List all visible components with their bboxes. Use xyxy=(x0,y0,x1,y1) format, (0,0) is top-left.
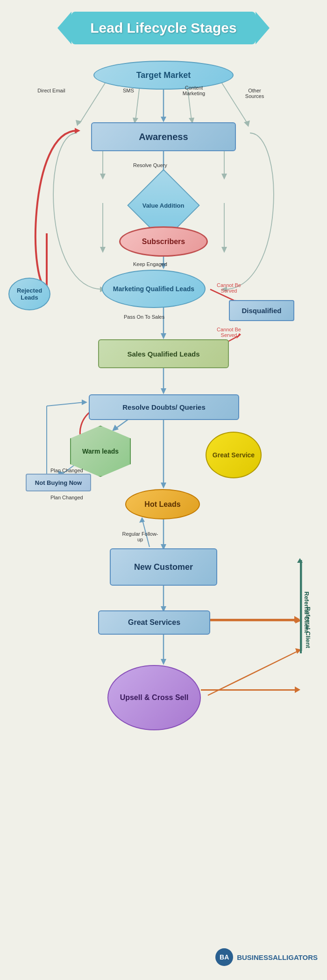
hot-leads-node: Hot Leads xyxy=(125,489,200,519)
cannot-served-1-label: Cannot Be Served xyxy=(213,282,245,294)
svg-marker-13 xyxy=(221,174,227,180)
disqualified-label: Disqualified xyxy=(242,307,281,315)
svg-marker-35 xyxy=(112,425,119,431)
great-service-node: Great Service xyxy=(206,432,262,478)
svg-marker-47 xyxy=(139,517,145,523)
great-services-label: Great Services xyxy=(128,618,180,627)
svg-marker-11 xyxy=(100,174,106,180)
svg-marker-9 xyxy=(244,120,250,127)
referral-line xyxy=(300,560,302,653)
sql-node: Sales Qualified Leads xyxy=(98,339,229,368)
target-market-label: Target Market xyxy=(136,70,191,80)
logo-area: BA BUSINESSALLIGATORS xyxy=(215,948,318,966)
svg-marker-3 xyxy=(76,120,82,126)
page-title: Lead Lifecycle Stages xyxy=(90,20,236,35)
subscribers-node: Subscribers xyxy=(119,226,208,257)
title-banner: Lead Lifecycle Stages xyxy=(71,12,255,44)
great-service-label: Great Service xyxy=(211,449,256,461)
subscribers-label: Subscribers xyxy=(142,238,185,246)
referral-client-label: Referral Client xyxy=(303,592,310,648)
content-marketing-label: Content Marketing xyxy=(178,85,210,96)
upsell-label: Upsell & Cross Sell xyxy=(115,689,193,707)
plan-changed-1-label: Plan Changed xyxy=(50,468,83,473)
great-services-node: Great Services xyxy=(98,610,210,635)
keep-engaged-label: Keep Engaged xyxy=(133,261,167,267)
upsell-node: Upsell & Cross Sell xyxy=(107,665,201,730)
disqualified-node: Disqualified xyxy=(229,300,294,321)
not-buying-label: Not Buying Now xyxy=(35,479,82,486)
svg-marker-1 xyxy=(161,117,166,122)
direct-email-label: Direct Email xyxy=(35,88,68,93)
mql-label: Marketing Qualified Leads xyxy=(111,283,196,294)
mql-node: Marketing Qualified Leads xyxy=(102,270,206,308)
target-market-node: Target Market xyxy=(93,61,234,90)
hot-leads-label: Hot Leads xyxy=(144,500,180,509)
pass-on-sales-label: Pass On To Sales xyxy=(124,314,164,320)
resolve-doubts-label: Resolve Doubts/ Queries xyxy=(122,403,206,411)
svg-marker-19 xyxy=(100,247,106,253)
warm-leads-label: Warm leads xyxy=(82,448,119,455)
cannot-served-2-label: Cannot Be Served xyxy=(213,327,245,338)
awareness-label: Awareness xyxy=(139,132,188,142)
resolve-query-label: Resolve Query xyxy=(133,162,167,168)
other-sources-label: Other Sources xyxy=(238,88,271,99)
svg-marker-21 xyxy=(221,247,227,253)
rejected-leads-label: Rejected Leads xyxy=(9,285,50,303)
svg-marker-27 xyxy=(161,333,166,339)
sql-label: Sales Qualified Leads xyxy=(127,350,199,358)
value-addition-label: Value Addition xyxy=(142,202,185,209)
awareness-node: Awareness xyxy=(91,122,236,151)
svg-marker-58 xyxy=(75,128,80,133)
new-customer-label: New Customer xyxy=(134,562,193,572)
svg-marker-33 xyxy=(161,388,166,394)
sms-label: SMS xyxy=(123,88,134,93)
new-customer-node: New Customer xyxy=(110,548,217,586)
svg-marker-51 xyxy=(161,659,166,665)
plan-changed-2-label: Plan Changed xyxy=(50,495,83,500)
rejected-leads-node: Rejected Leads xyxy=(8,278,50,310)
regular-followup-label: Regular Follow-up xyxy=(121,531,159,542)
resolve-doubts-node: Resolve Doubts/ Queries xyxy=(89,394,239,420)
svg-line-42 xyxy=(47,402,84,406)
svg-marker-37 xyxy=(161,483,166,489)
logo-circle: BA xyxy=(215,948,233,966)
logo-brand: BUSINESSALLIGATORS xyxy=(237,953,318,961)
svg-marker-43 xyxy=(82,399,87,405)
not-buying-node: Not Buying Now xyxy=(26,474,91,491)
svg-line-2 xyxy=(79,79,107,124)
svg-line-8 xyxy=(220,79,248,124)
